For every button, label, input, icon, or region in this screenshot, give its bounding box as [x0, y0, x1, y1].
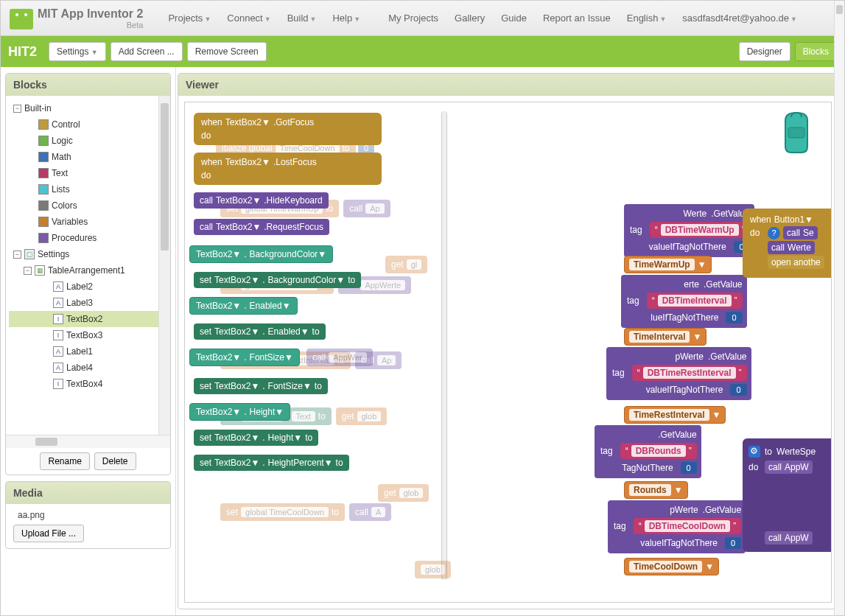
tree-scrollbar[interactable] [158, 96, 170, 435]
component-dropdown[interactable]: TextBox2▼ [225, 117, 270, 127]
block-getvalue-rounds[interactable]: .GetValue tag“DBRounds” TagNotThere0 [595, 425, 701, 478]
chevron-down-icon: ▼ [91, 49, 98, 56]
tree-textbox4[interactable]: ITextBox4 [9, 376, 167, 392]
block-call-requestfocus[interactable]: call TextBox2▼.RequestFocus [194, 219, 329, 235]
procedures-swatch-icon [38, 233, 49, 243]
tree-textbox2[interactable]: ITextBox2 [9, 311, 167, 327]
menu-help[interactable]: Help▼ [332, 13, 360, 24]
block-when-gotfocus[interactable]: when TextBox2▼.GotFocus do [194, 113, 382, 145]
tree-tablearrangement[interactable]: − ▦ TableArrangement1 [9, 262, 167, 279]
component-dropdown[interactable]: TextBox2▼ [216, 195, 261, 206]
remove-screen-button[interactable]: Remove Screen [187, 42, 267, 61]
menu-user[interactable]: sasdfasdt4ret@yahoo.de▼ [682, 13, 797, 24]
variables-swatch-icon [38, 217, 49, 227]
toolbar: HIT2 Settings ▼ Add Screen ... Remove Sc… [1, 36, 844, 67]
chevron-down-icon: ▼ [310, 15, 317, 23]
block-call-hidekeyboard[interactable]: call TextBox2▼.HideKeyboard [194, 192, 329, 209]
block-getvalue-rest[interactable]: pWerte.GetValue tag“DBTimeRestInterval” … [606, 347, 751, 400]
block-when-lostfocus[interactable]: when TextBox2▼.LostFocus do [194, 153, 382, 185]
designer-tab[interactable]: Designer [739, 42, 790, 61]
viewer-header: Viewer [178, 74, 838, 96]
blocks-palette-header: Blocks [6, 74, 170, 96]
table-icon: ▦ [35, 265, 45, 276]
block-getvalue-cooldown[interactable]: pWerte.GetValue tag“DBTimeCoolDown” valu… [608, 500, 746, 553]
menu-build[interactable]: Build▼ [287, 13, 317, 24]
collapse-icon[interactable]: − [13, 251, 21, 259]
cat-logic[interactable]: Logic [9, 133, 167, 149]
var-timewarmup[interactable]: TimeWarmUp▼ [624, 256, 712, 273]
block-getvalue-interval[interactable]: erte.GetValue tag“DBTimeInterval” lueIfT… [621, 275, 747, 328]
collapse-icon[interactable]: − [24, 267, 32, 275]
component-dropdown[interactable]: TextBox2▼ [216, 222, 261, 232]
link-gallery[interactable]: Gallery [455, 13, 485, 24]
blocks-tree[interactable]: − Built-in Control Logic Math Text Lists… [6, 96, 170, 435]
var-timerestinterval[interactable]: TimeRestInterval▼ [624, 406, 726, 424]
link-guide[interactable]: Guide [501, 13, 527, 24]
block-get-enabled[interactable]: TextBox2▼. Enabled▼ [189, 297, 298, 315]
settings-button[interactable]: Settings ▼ [49, 42, 106, 61]
chevron-down-icon: ▼ [204, 15, 211, 23]
block-procedure-wertespe[interactable]: to WerteSpe docall AppW call AppW [743, 438, 832, 552]
var-timecooldown[interactable]: TimeCoolDown▼ [624, 558, 719, 575]
cat-procedures[interactable]: Procedures [9, 230, 167, 246]
lists-swatch-icon [38, 184, 49, 195]
block-set-fontsize[interactable]: set TextBox2▼. FontSize▼ to [194, 378, 328, 394]
var-timeinterval[interactable]: TimeInterval▼ [624, 328, 706, 346]
menu-language[interactable]: English▼ [627, 13, 667, 24]
label-icon: A [53, 298, 63, 308]
collapse-icon[interactable]: − [13, 105, 21, 113]
tree-label2[interactable]: ALabel2 [9, 279, 167, 295]
tree-label3[interactable]: ALabel3 [9, 295, 167, 311]
add-screen-button[interactable]: Add Screen ... [111, 42, 183, 61]
component-dropdown[interactable]: TextBox2▼ [225, 157, 270, 167]
window-scrollbar[interactable] [834, 1, 844, 615]
block-get-bgcolor[interactable]: TextBox2▼. BackgroundColor▼ [189, 245, 333, 263]
tree-settings[interactable]: − ▢ Settings [9, 246, 167, 262]
var-rounds[interactable]: Rounds▼ [624, 481, 688, 499]
chevron-down-icon: ▼ [659, 15, 666, 23]
block-set-height[interactable]: set TextBox2▼. Height▼ to [194, 430, 318, 446]
help-icon[interactable]: ? [768, 227, 780, 239]
link-report[interactable]: Report an Issue [543, 13, 611, 24]
cat-variables[interactable]: Variables [9, 214, 167, 230]
gear-icon[interactable] [748, 446, 760, 458]
media-file[interactable]: aa.png [13, 510, 163, 520]
menu-connect[interactable]: Connect▼ [227, 13, 270, 24]
block-set-enabled[interactable]: set TextBox2▼. Enabled▼ to [194, 323, 326, 340]
block-when-button1[interactable]: when Button1▼ do? call Se call Werte ope… [743, 209, 832, 278]
top-menubar: MIT App Inventor 2 Beta Projects▼ Connec… [1, 1, 844, 36]
cat-lists[interactable]: Lists [9, 181, 167, 197]
tree-label4[interactable]: ALabel4 [9, 360, 167, 376]
app-title: MIT App Inventor 2 [38, 7, 143, 21]
workspace[interactable]: Werte.GetValue tag“DBTimeWarmUp” valueIf… [447, 110, 828, 595]
tree-builtin[interactable]: − Built-in [9, 100, 167, 116]
block-getvalue-warmup[interactable]: Werte.GetValue tag“DBTimeWarmUp” valueIf… [624, 204, 754, 257]
upload-file-button[interactable]: Upload File ... [13, 525, 84, 542]
math-swatch-icon [38, 152, 49, 162]
link-myprojects[interactable]: My Projects [388, 13, 438, 24]
chevron-down-icon: ▼ [790, 15, 797, 23]
tree-textbox3[interactable]: ITextBox3 [9, 327, 167, 343]
blocks-tab[interactable]: Blocks [795, 42, 837, 61]
screen-icon: ▢ [24, 249, 35, 259]
cat-text[interactable]: Text [9, 165, 167, 181]
blocks-palette: Blocks − Built-in Control Logic Math Tex… [5, 73, 171, 475]
rename-button[interactable]: Rename [40, 452, 89, 470]
cat-colors[interactable]: Colors [9, 197, 167, 214]
block-set-bgcolor[interactable]: set TextBox2▼. BackgroundColor▼ to [194, 272, 361, 288]
menu-projects[interactable]: Projects▼ [168, 13, 211, 24]
cat-math[interactable]: Math [9, 149, 167, 165]
textbox-icon: I [53, 330, 63, 340]
tree-label1[interactable]: ALabel1 [9, 343, 167, 360]
block-get-fontsize[interactable]: TextBox2▼. FontSize▼ [189, 349, 300, 366]
block-set-heightpercent[interactable]: set TextBox2▼. HeightPercent▼ to [194, 455, 349, 471]
block-get-height[interactable]: TextBox2▼. Height▼ [189, 403, 290, 421]
label-icon: A [53, 281, 63, 292]
cat-control[interactable]: Control [9, 116, 167, 133]
delete-button[interactable]: Delete [94, 452, 136, 470]
blocks-canvas[interactable]: itialize global TimeCoolDown to 0 when T… [184, 102, 832, 603]
appinventor-logo-icon [10, 9, 33, 29]
textbox-icon: I [53, 314, 63, 324]
tree-hscrollbar[interactable] [6, 435, 170, 448]
project-name: HIT2 [8, 44, 37, 60]
